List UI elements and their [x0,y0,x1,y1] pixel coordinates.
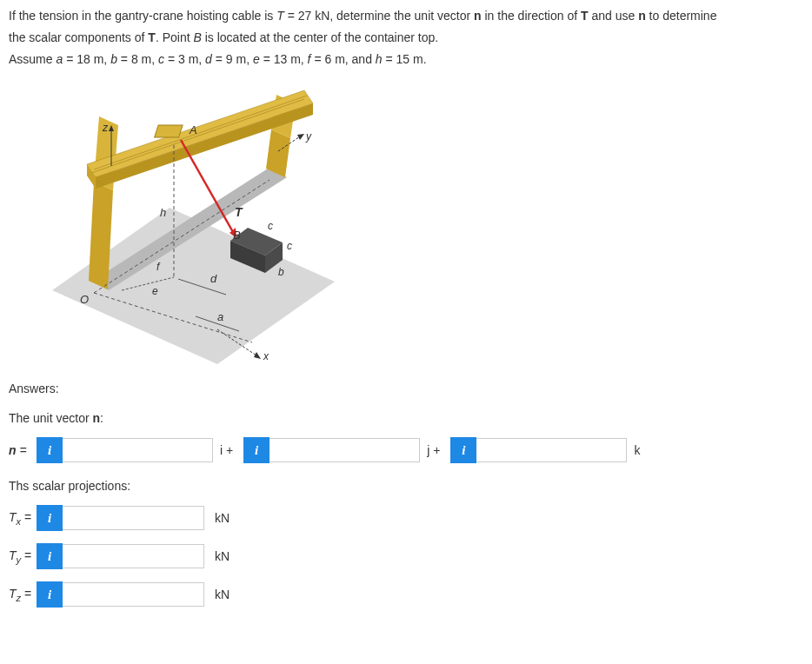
n-equals-label: n = [9,443,37,457]
answers-label: Answers: [9,382,803,395]
unit-vector-label: The unit vector n: [9,411,803,425]
svg-text:T: T [235,205,243,219]
n-j-input[interactable] [270,438,420,462]
tz-label: Tz = [9,587,37,603]
unit-vector-row: n = i i + i j + i k [9,437,803,463]
info-icon[interactable]: i [37,543,63,569]
ty-label: Ty = [9,548,37,565]
svg-text:d: d [210,272,217,285]
svg-text:c: c [268,220,273,232]
tz-row: Tz = i kN [9,581,803,608]
svg-text:A: A [189,123,197,136]
svg-text:B: B [233,229,241,242]
ty-input[interactable] [63,544,204,568]
n-k-input[interactable] [476,438,627,462]
k-label: k [634,443,640,457]
svg-marker-19 [254,352,261,359]
ty-row: Ty = i kN [9,543,803,569]
svg-text:a: a [217,310,223,323]
tx-input[interactable] [63,506,204,530]
svg-text:c: c [287,240,292,252]
svg-text:b: b [278,266,284,278]
info-icon[interactable]: i [37,505,63,531]
svg-marker-2 [266,129,290,177]
svg-text:O: O [80,293,89,306]
info-icon[interactable]: i [37,437,63,463]
i-plus-label: i + [220,443,233,457]
problem-statement-line2: the scalar components of T. Point B is l… [9,29,803,47]
gantry-crane-figure: z y x O A T h B c c b d [43,77,339,364]
info-icon[interactable]: i [243,437,270,463]
info-icon[interactable]: i [450,437,476,463]
svg-text:h: h [160,206,166,219]
n-i-input[interactable] [63,438,213,462]
problem-statement: If the tension in the gantry-crane hoist… [9,7,803,25]
tz-input[interactable] [63,582,204,607]
tx-row: Tx = i kN [9,505,803,531]
tx-unit: kN [215,511,230,525]
tz-unit: kN [215,588,230,601]
ty-unit: kN [215,549,230,563]
svg-text:x: x [263,350,270,362]
svg-rect-11 [155,125,183,137]
svg-text:e: e [152,285,158,297]
tx-label: Tx = [9,510,37,527]
info-icon[interactable]: i [37,581,63,608]
problem-statement-line3: Assume a = 18 m, b = 8 m, c = 3 m, d = 9… [9,50,803,69]
scalar-projections-label: Ths scalar projections: [9,479,803,493]
svg-text:z: z [102,122,109,134]
svg-text:y: y [305,130,312,143]
j-plus-label: j + [427,443,440,457]
svg-marker-16 [297,134,304,140]
